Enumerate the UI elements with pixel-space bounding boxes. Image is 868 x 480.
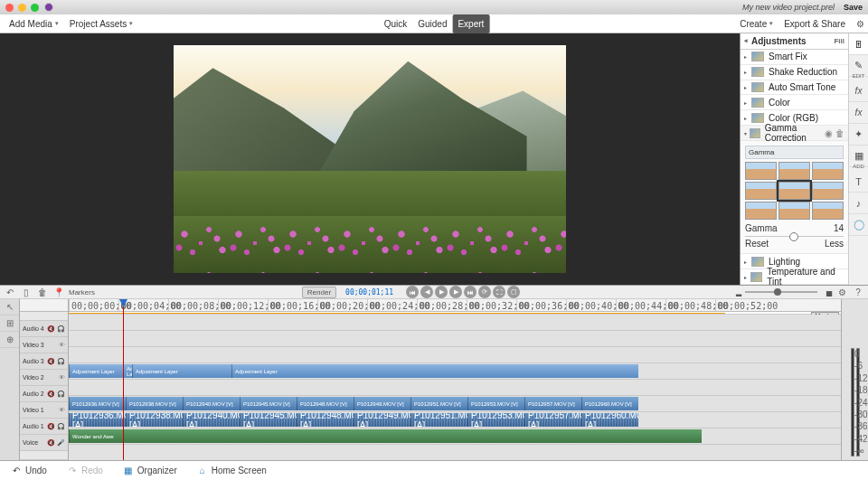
create-menu[interactable]: Create (734, 19, 778, 29)
timeline-help-icon[interactable]: ? (852, 286, 864, 298)
mute-icon[interactable]: 🔇 (47, 439, 55, 447)
video-clip[interactable]: P1012953.MOV [V] (467, 397, 524, 410)
organizer-button[interactable]: ▦Organizer (118, 464, 183, 478)
music-clip[interactable]: Wonder and Awe (69, 429, 702, 443)
adjust-auto-smart-tone[interactable]: ▸Auto Smart Tone (741, 80, 848, 96)
eye-icon[interactable]: 👁 (59, 374, 65, 381)
timeline-back-icon[interactable]: ↶ (4, 286, 16, 298)
redo-button[interactable]: ↷Redo (61, 464, 108, 478)
save-button[interactable]: Save (844, 3, 863, 12)
adjust-shake-reduction[interactable]: ▸Shake Reduction (741, 65, 848, 80)
audio-clip[interactable]: P1012949.MOV [A] (354, 413, 410, 427)
track-audio2[interactable] (69, 380, 841, 396)
window-minimize-icon[interactable] (18, 4, 26, 12)
timeline-settings-icon[interactable]: ⚙ (835, 286, 848, 298)
eye-icon[interactable]: ◉ (825, 128, 833, 138)
eye-icon[interactable]: 👁 (59, 407, 65, 413)
export-share-button[interactable]: Export & Share (778, 19, 851, 29)
mute-icon[interactable]: 🔇 (47, 391, 55, 398)
video-clip[interactable]: P1012949.MOV [V] (354, 397, 410, 410)
track-audio3[interactable] (69, 347, 841, 363)
mic-icon[interactable]: 🎤 (57, 439, 65, 447)
current-timecode[interactable]: 00;00;01;11 (345, 288, 393, 296)
gamma-preset-8[interactable] (778, 202, 810, 220)
gamma-preset-6[interactable] (812, 182, 844, 200)
mode-quick-tab[interactable]: Quick (379, 14, 413, 33)
track-header-audio4[interactable]: Audio 4🔇🎧 (20, 321, 68, 337)
goto-start-icon[interactable]: ⏮ (406, 286, 419, 298)
adjust-color[interactable]: ▸Color (741, 95, 848, 110)
track-audio4[interactable] (69, 315, 841, 331)
mode-guided-tab[interactable]: Guided (412, 14, 452, 33)
track-header-video1[interactable]: Video 1👁 (20, 402, 68, 419)
timeline-tracks[interactable]: 00;00;00;0000;00;04;0000;00;08;0000;00;1… (69, 299, 841, 460)
solo-icon[interactable]: 🎧 (57, 358, 65, 365)
play-icon[interactable]: ▶ (435, 286, 448, 298)
adjust-gamma-correction[interactable]: ▾Gamma Correction◉🗑 (741, 126, 848, 141)
gamma-preset-3[interactable] (812, 162, 844, 180)
audio-clip[interactable]: P1012948.MOV [A] (297, 413, 354, 427)
gamma-reset[interactable]: Reset (745, 239, 769, 249)
audio-clip[interactable]: P1012945.MOV [A] (240, 413, 297, 427)
solo-icon[interactable]: 🎧 (57, 325, 65, 333)
track-audio1[interactable]: P1012936.MOV [A]P1012938.MOV [A]P1012940… (69, 412, 841, 428)
video-clip[interactable]: P1012940.MOV [V] (183, 397, 240, 410)
audio-clip[interactable]: P1012957.MOV [A] (524, 413, 581, 427)
step-forward-icon[interactable]: ▶ (449, 286, 462, 298)
gamma-preset-2[interactable] (778, 162, 810, 180)
render-button[interactable]: Render (302, 287, 336, 298)
mute-icon[interactable]: 🔇 (47, 423, 55, 430)
adjustment-layer-clip[interactable]: Adjustment Layer (123, 364, 132, 378)
timeline-tool-icon[interactable]: ▯ (20, 286, 33, 298)
gamma-preset-4[interactable] (745, 182, 777, 200)
track-select-tool-icon[interactable]: ⊞ (0, 315, 19, 332)
step-back-icon[interactable]: ◀ (420, 286, 433, 298)
gamma-preset-5[interactable] (778, 182, 810, 200)
audio-clip[interactable]: P1012953.MOV [A] (467, 413, 524, 427)
fullscreen-icon[interactable]: ⛶ (493, 286, 505, 298)
loop-icon[interactable]: ⟳ (478, 286, 491, 298)
adjustment-layer-clip[interactable]: Adjustment Layer (132, 364, 231, 378)
project-assets-menu[interactable]: Project Assets (64, 14, 138, 33)
video-clip[interactable]: P1012945.MOV [V] (240, 397, 297, 410)
track-video3[interactable] (69, 331, 841, 347)
gamma-preset-9[interactable] (812, 202, 844, 220)
audio-clip[interactable]: P1012951.MOV [A] (410, 413, 467, 427)
audio-clip[interactable]: P1012960.MOV [A] (581, 413, 638, 427)
fill-toggle[interactable]: Fill (834, 37, 844, 45)
adjustment-layer-clip[interactable]: Adjustment Layer (69, 364, 123, 378)
audio-clip[interactable]: P1012936.MOV [A] (69, 413, 126, 427)
mute-icon[interactable]: 🔇 (47, 358, 55, 365)
gamma-preset-7[interactable] (745, 202, 777, 220)
settings-gear-icon[interactable]: ⚙ (856, 19, 864, 29)
fx2-tab-icon[interactable]: fx (849, 102, 868, 124)
preview-canvas[interactable] (174, 45, 566, 273)
gamma-preset-1[interactable] (745, 162, 777, 180)
track-header-video3[interactable]: Video 3👁 (20, 337, 68, 353)
markers-icon[interactable]: 📍 (52, 286, 65, 298)
video-clip[interactable]: P1012948.MOV [V] (297, 397, 354, 410)
video-clip[interactable]: P1012936.MOV [V] (69, 397, 126, 410)
time-ruler[interactable]: 00;00;00;0000;00;04;0000;00;08;0000;00;1… (69, 299, 841, 312)
track-header-audio1[interactable]: Audio 1🔇🎧 (20, 419, 68, 435)
home-screen-button[interactable]: ⌂Home Screen (192, 464, 272, 478)
window-zoom-icon[interactable] (31, 4, 39, 12)
zoom-tool-icon[interactable]: ⊕ (0, 332, 19, 348)
audio-clip[interactable]: P1012940.MOV [A] (183, 413, 240, 427)
adjustments-tab-icon[interactable]: 🎚 (849, 33, 868, 55)
text-tab-icon[interactable]: T (849, 171, 868, 193)
adjustment-layer-clip[interactable]: Adjustment Layer (231, 364, 638, 378)
adjust-smart-fix[interactable]: ▸Smart Fix (741, 50, 848, 65)
trash-icon[interactable]: 🗑 (835, 128, 844, 138)
mode-expert-tab[interactable]: Expert (452, 14, 489, 33)
adjust-temperature-tint[interactable]: ▸Temperature and Tint (741, 269, 848, 285)
track-header-audio2[interactable]: Audio 2🔇🎧 (20, 386, 68, 402)
undo-button[interactable]: ↶Undo (5, 464, 52, 478)
add-media-menu[interactable]: Add Media (4, 14, 64, 33)
solo-icon[interactable]: 🎧 (57, 423, 65, 430)
video-clip[interactable]: P1012957.MOV [V] (524, 397, 581, 410)
solo-icon[interactable]: 🎧 (57, 391, 65, 398)
zoom-handle[interactable] (774, 288, 781, 296)
graphics-tab-icon[interactable]: ◯ (849, 214, 868, 236)
audio-clip[interactable]: P1012938.MOV [A] (126, 413, 183, 427)
